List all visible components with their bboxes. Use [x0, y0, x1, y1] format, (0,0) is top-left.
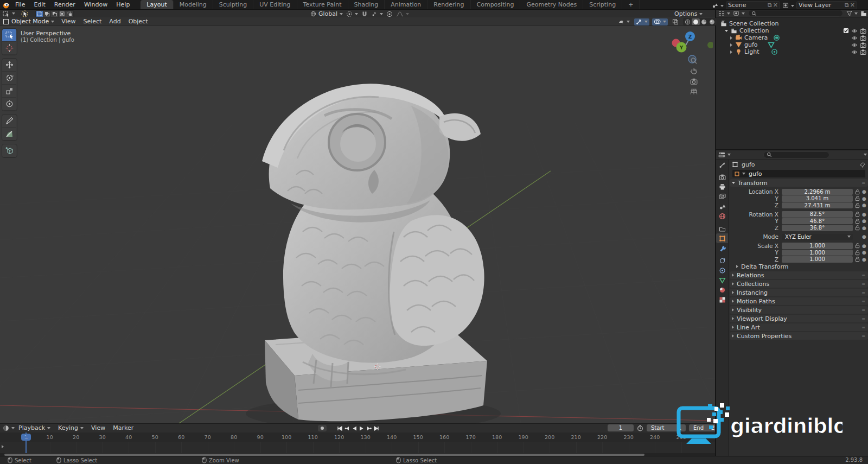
- tool-transform[interactable]: [2, 98, 16, 111]
- animate-dot[interactable]: ●: [861, 196, 867, 201]
- tool-cursor-icon[interactable]: [21, 10, 29, 17]
- menu-edit[interactable]: Edit: [29, 0, 49, 9]
- tab-collection[interactable]: [716, 224, 728, 233]
- viewport-display-panel[interactable]: Viewport Display≡: [730, 315, 868, 322]
- play-reverse-button[interactable]: [352, 424, 358, 431]
- lock-icon[interactable]: [853, 225, 861, 231]
- options-dropdown[interactable]: Options: [674, 10, 703, 17]
- snap-toggle[interactable]: [361, 10, 368, 17]
- workspace-tab-scripting[interactable]: Scripting: [583, 0, 622, 9]
- lock-icon[interactable]: [853, 218, 861, 224]
- viewport-perspective-icon[interactable]: [690, 88, 699, 97]
- menu-help[interactable]: Help: [112, 0, 134, 9]
- tab-modifiers[interactable]: [716, 243, 728, 253]
- animate-dot[interactable]: ●: [861, 218, 867, 224]
- outliner-row-collection[interactable]: Collection: [716, 27, 868, 34]
- select-mode-set[interactable]: [36, 11, 43, 17]
- workspace-tab-modeling[interactable]: Modeling: [174, 0, 213, 9]
- animate-dot[interactable]: ●: [861, 225, 867, 231]
- expand-icon[interactable]: [725, 30, 728, 32]
- hide-viewport-icon[interactable]: [851, 35, 858, 41]
- properties-editor-type-dropdown[interactable]: [718, 151, 731, 158]
- viewport-menu-add[interactable]: Add: [105, 17, 124, 26]
- rotation-x-field[interactable]: 82.5°: [782, 211, 853, 218]
- tab-world[interactable]: [716, 211, 728, 221]
- timeline-tracks[interactable]: [0, 442, 715, 453]
- disable-render-icon[interactable]: [860, 42, 866, 48]
- viewport-pan-icon[interactable]: [690, 67, 699, 75]
- tab-scene[interactable]: [716, 201, 728, 211]
- rotation-z-field[interactable]: 36.8°: [782, 225, 853, 231]
- delta-transform-subpanel[interactable]: Delta Transform: [729, 263, 868, 270]
- workspace-tab-shading[interactable]: Shading: [348, 0, 385, 9]
- custom-properties-panel[interactable]: Custom Properties≡: [730, 332, 868, 340]
- shading-rendered-button[interactable]: [708, 18, 716, 25]
- workspace-tab-geometry-nodes[interactable]: Geometry Nodes: [520, 0, 583, 9]
- shading-material-button[interactable]: [700, 18, 708, 25]
- gizmos-dropdown[interactable]: [634, 18, 649, 26]
- view-layer-field[interactable]: View Layer ⧉ ✕: [796, 1, 857, 9]
- outliner-editor-type-dropdown[interactable]: [718, 10, 730, 16]
- select-mode-extend[interactable]: [43, 11, 51, 17]
- shading-options-chevron[interactable]: [722, 21, 725, 23]
- viewport-menu-select[interactable]: Select: [79, 17, 105, 26]
- new-collection-button[interactable]: [860, 10, 867, 17]
- viewport-camera-icon[interactable]: [690, 78, 699, 86]
- object-name-field[interactable]: gufo: [732, 169, 866, 178]
- tab-output[interactable]: [716, 182, 728, 192]
- expand-icon[interactable]: [730, 43, 732, 47]
- outliner-display-mode-dropdown[interactable]: [733, 10, 745, 16]
- lock-icon[interactable]: [853, 250, 861, 256]
- rotation-mode-dropdown[interactable]: XYZ Euler: [782, 234, 853, 240]
- timeline-menu-playback[interactable]: Playback: [15, 424, 54, 433]
- timeline-ruler[interactable]: 1 10203040506070809010011012013014015016…: [0, 433, 715, 442]
- panel-drag-handle[interactable]: ≡: [861, 181, 866, 186]
- workspace-tab-rendering[interactable]: Rendering: [427, 0, 470, 9]
- disable-render-icon[interactable]: [860, 49, 866, 55]
- blender-logo-icon[interactable]: [2, 1, 10, 9]
- properties-options-chevron[interactable]: [864, 154, 867, 156]
- proportional-editing-toggle[interactable]: [386, 10, 393, 17]
- animate-dot[interactable]: ●: [861, 202, 867, 208]
- visibility-panel[interactable]: Visibility≡: [730, 306, 868, 314]
- viewport-zoom-icon[interactable]: [690, 57, 699, 66]
- transform-orientation-dropdown[interactable]: Global: [310, 10, 343, 17]
- animate-dot[interactable]: ●: [861, 257, 867, 262]
- scene-browse-icon[interactable]: [712, 2, 724, 9]
- outliner-search-input[interactable]: [748, 10, 843, 17]
- outliner-row-camera[interactable]: Camera: [716, 34, 868, 41]
- tool-add-cube[interactable]: [2, 144, 16, 157]
- tab-object[interactable]: [716, 233, 728, 243]
- scale-x-field[interactable]: 1.000: [782, 243, 853, 249]
- timeline-menu-keying[interactable]: Keying: [54, 424, 87, 433]
- outliner-row-scene-collection[interactable]: Scene Collection: [716, 20, 868, 27]
- scale-z-field[interactable]: 1.000: [782, 256, 853, 263]
- animate-dot[interactable]: ●: [861, 189, 867, 194]
- tool-move[interactable]: [2, 59, 16, 72]
- checkbox-icon[interactable]: [843, 28, 849, 34]
- 3d-viewport[interactable]: User Perspective (1) Collection | gufo: [0, 26, 715, 423]
- prev-keyframe-button[interactable]: [344, 424, 350, 431]
- viewport-menu-view[interactable]: View: [58, 17, 79, 26]
- outliner-row-gufo[interactable]: gufo: [716, 41, 868, 48]
- shading-solid-button[interactable]: [692, 18, 700, 25]
- scene-unlink-icon[interactable]: ✕: [773, 2, 778, 9]
- expand-icon[interactable]: [730, 50, 732, 54]
- scale-y-field[interactable]: 1.000: [782, 250, 853, 256]
- menu-render[interactable]: Render: [50, 0, 80, 9]
- scene-name-field[interactable]: Scene ⧉ ✕: [726, 1, 780, 9]
- timeline-menu-marker[interactable]: Marker: [109, 424, 137, 433]
- expand-icon[interactable]: [730, 36, 732, 40]
- hide-viewport-icon[interactable]: [851, 49, 858, 55]
- timeline-editor-type-dropdown[interactable]: [3, 425, 15, 431]
- lock-icon[interactable]: [853, 195, 861, 201]
- tab-tool[interactable]: [716, 160, 728, 169]
- lock-icon[interactable]: [853, 189, 861, 195]
- mode-dropdown[interactable]: Object Mode: [3, 18, 54, 25]
- workspace-tab-layout[interactable]: Layout: [141, 0, 173, 9]
- outliner-row-light[interactable]: Light: [716, 48, 868, 55]
- transform-panel-header[interactable]: Transform ≡: [730, 179, 868, 187]
- tool-measure[interactable]: [2, 128, 16, 141]
- relations-panel[interactable]: Relations≡: [730, 271, 868, 279]
- timeline-expand-chevron[interactable]: [2, 445, 4, 448]
